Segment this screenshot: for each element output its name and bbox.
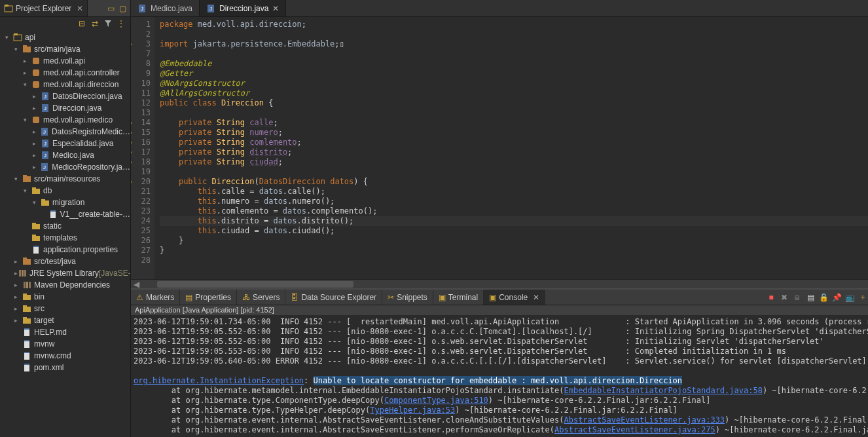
project-icon [13, 33, 22, 42]
tree-item[interactable]: ▾med.voll.api.medico [0, 114, 130, 126]
view-tab-project-explorer[interactable]: Project Explorer ✕ [0, 0, 88, 16]
svg-rect-25 [32, 187, 36, 189]
package-icon [31, 68, 41, 77]
svg-rect-42 [26, 282, 28, 288]
remove-all-icon[interactable]: ⦻ [791, 292, 803, 303]
svg-rect-48 [23, 318, 31, 324]
svg-rect-4 [23, 47, 31, 52]
horizontal-scrollbar[interactable]: ◀▶ [131, 279, 868, 288]
console-icon: ▣ [489, 293, 496, 302]
tree-item[interactable]: ▾db [0, 185, 130, 197]
file-icon [22, 339, 31, 349]
new-console-icon[interactable]: ＋ [857, 292, 868, 303]
svg-rect-46 [23, 307, 31, 312]
editor-tab[interactable]: JDireccion.java✕ [200, 0, 286, 16]
tree-item[interactable]: application.properties [0, 244, 130, 256]
console-tab-snippets[interactable]: ✂Snippets [382, 290, 433, 305]
filter-icon[interactable] [103, 18, 113, 29]
console-output[interactable]: 2023-06-12T19:59:01.734-05:00 INFO 4152 … [131, 316, 868, 437]
close-icon[interactable]: ✕ [272, 4, 279, 13]
tree-item[interactable]: ▸med.voll.api.controller [0, 67, 130, 79]
tree-item[interactable]: pom.xml [0, 362, 130, 373]
tree-item[interactable]: ▾api [0, 31, 130, 43]
svg-rect-40 [24, 270, 26, 276]
file-icon [48, 210, 58, 219]
tree-item[interactable]: ▸bin [0, 291, 130, 303]
stack-link[interactable]: TypeHelper.java:53 [370, 406, 455, 415]
minimize-icon[interactable]: ▭ [105, 3, 116, 14]
tree-item[interactable]: V1__create-table-… [0, 208, 130, 220]
console-tab-properties[interactable]: ▤Properties [180, 290, 237, 305]
menu-icon[interactable]: ⋮ [116, 18, 126, 29]
stack-link[interactable]: AbstractSaveEventListener.java:333 [564, 415, 725, 425]
collapse-all-icon[interactable]: ⊟ [77, 18, 87, 29]
svg-rect-26 [41, 200, 49, 206]
svg-rect-29 [50, 210, 56, 212]
svg-rect-38 [19, 270, 21, 276]
tree-item[interactable]: ▸target [0, 314, 130, 326]
javafile-icon: J [41, 92, 50, 101]
console-tab-bar: ⚠Markers▤Properties🖧Servers🗄Data Source … [131, 290, 868, 305]
editor-tab-bar: JMedico.javaJDireccion.java✕ [131, 0, 868, 17]
display-console-icon[interactable]: 📺 [844, 292, 856, 303]
code-editor[interactable]: package med.voll.api.direccion;import ja… [154, 17, 868, 279]
editor-tab[interactable]: JMedico.java [131, 0, 200, 16]
maximize-icon[interactable]: ▢ [117, 3, 128, 14]
javafile-icon: J [41, 151, 50, 160]
javafile-icon: J [41, 104, 50, 113]
tree-item[interactable]: static [0, 220, 130, 232]
svg-rect-32 [32, 236, 40, 241]
console-tab-console[interactable]: ▣Console✕ [484, 290, 545, 305]
tree-item[interactable]: ▸med.voll.api [0, 55, 130, 67]
file-icon [22, 363, 31, 372]
javafile-icon: J [40, 162, 49, 172]
close-icon[interactable]: ✕ [533, 293, 539, 302]
close-icon[interactable]: ✕ [77, 4, 83, 13]
tree-item[interactable]: ▸JDatosDireccion.java [0, 90, 130, 102]
console-tab-markers[interactable]: ⚠Markers [131, 290, 180, 305]
tree-item[interactable]: ▸JMedico.java [0, 149, 130, 161]
svg-rect-44 [23, 295, 31, 300]
console-tab-servers[interactable]: 🖧Servers [237, 290, 285, 305]
clear-console-icon[interactable]: ▤ [805, 292, 816, 303]
tree-item[interactable]: ▸src/test/java [0, 256, 130, 267]
stack-link[interactable]: AbstractSaveEventListener.java:275 [554, 425, 715, 434]
tree-item[interactable]: ▾med.voll.api.direccion [0, 79, 130, 90]
tree-item[interactable]: ▾src/main/resources [0, 173, 130, 185]
stack-link[interactable]: EmbeddableInstantiatorPojoStandard.java:… [564, 386, 762, 395]
console-tab-terminal[interactable]: ▣Terminal [433, 290, 484, 305]
javafile-icon: J [41, 139, 50, 148]
dse-icon: 🗄 [291, 293, 298, 302]
svg-text:J: J [44, 105, 46, 111]
tree-item[interactable]: ▸JDatosRegistroMedic… [0, 126, 130, 138]
tree-item[interactable]: ▸src [0, 303, 130, 314]
tree-item[interactable]: ▸JRE System Library [JavaSE- [0, 267, 130, 279]
link-editor-icon[interactable]: ⇄ [90, 18, 100, 29]
tree-item[interactable]: HELP.md [0, 326, 130, 338]
svg-rect-27 [41, 199, 45, 201]
tree-item[interactable]: templates [0, 232, 130, 244]
tree-item[interactable]: mvnw.cmd [0, 350, 130, 362]
tree-item[interactable]: ▸JMedicoRepository.ja… [0, 161, 130, 173]
folder-icon [31, 221, 41, 231]
project-tree[interactable]: ▾api▾src/main/java▸med.voll.api▸med.voll… [0, 30, 130, 437]
pin-console-icon[interactable]: 📌 [831, 292, 842, 303]
svg-rect-33 [32, 235, 36, 237]
tree-item[interactable]: ▸Maven Dependencies [0, 279, 130, 291]
tree-item[interactable]: ▸JEspecialidad.java [0, 138, 130, 149]
file-icon [22, 328, 31, 337]
exception-link[interactable]: org.hibernate.InstantiationException [134, 376, 304, 385]
console-toolbar: ■ ✖ ⦻ ▤ 🔒 📌 📺 ＋ ▭ ▢ [765, 292, 868, 303]
srcfolder-icon [22, 45, 31, 54]
console-tab-data-source-explorer[interactable]: 🗄Data Source Explorer [285, 290, 382, 305]
tree-item[interactable]: ▾src/main/java [0, 43, 130, 55]
remove-launch-icon[interactable]: ✖ [778, 292, 790, 303]
tree-item[interactable]: ▸JDireccion.java [0, 102, 130, 114]
explorer-toolbar: ⊟ ⇄ ⋮ [0, 17, 130, 30]
scroll-lock-icon[interactable]: 🔒 [818, 292, 829, 303]
tree-item[interactable]: mvnw [0, 338, 130, 350]
tree-item[interactable]: ▾migration [0, 197, 130, 208]
props-icon: ▤ [185, 293, 192, 302]
stop-icon[interactable]: ■ [765, 292, 777, 303]
stack-link[interactable]: ComponentType.java:510 [384, 396, 488, 405]
